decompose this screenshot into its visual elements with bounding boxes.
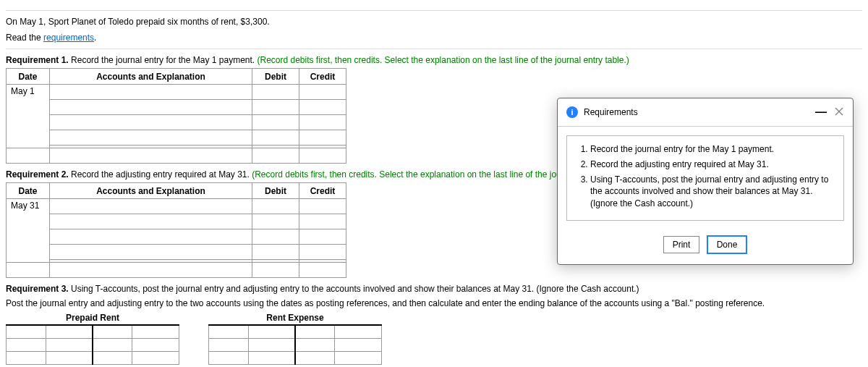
- debit-input[interactable]: [255, 216, 296, 227]
- tacct-input[interactable]: [249, 326, 294, 337]
- acct-input[interactable]: [53, 132, 249, 143]
- popup-title: Requirements: [584, 107, 815, 117]
- tacct-input[interactable]: [7, 352, 46, 363]
- requirements-popup: i Requirements — Record the journal entr…: [557, 98, 854, 265]
- requirement-3-line: Requirement 3. Using T-accounts, post th…: [6, 284, 862, 294]
- acct-input[interactable]: [53, 150, 249, 161]
- header-credit: Credit: [299, 183, 346, 199]
- header-date: Date: [7, 69, 50, 85]
- header-date: Date: [7, 183, 50, 199]
- tacct-input[interactable]: [7, 326, 46, 337]
- header-accounts: Accounts and Explanation: [50, 69, 252, 85]
- tacct-input[interactable]: [132, 326, 179, 337]
- t-account-title: Rent Expense: [208, 313, 382, 323]
- header-debit: Debit: [252, 69, 299, 85]
- requirement-1-line: Requirement 1. Record the journal entry …: [6, 55, 862, 65]
- credit-input[interactable]: [302, 201, 343, 212]
- popup-req-item: Record the journal entry for the May 1 p…: [590, 143, 833, 156]
- popup-req-item: Using T-accounts, post the journal entry…: [590, 174, 833, 210]
- t-account-title: Prepaid Rent: [6, 313, 179, 323]
- acct-input[interactable]: [53, 246, 249, 258]
- tacct-input[interactable]: [209, 352, 248, 363]
- tacct-input[interactable]: [46, 339, 92, 350]
- tacct-input[interactable]: [132, 352, 179, 363]
- journal-table-1: Date Accounts and Explanation Debit Cred…: [6, 68, 346, 164]
- debit-input[interactable]: [255, 132, 296, 143]
- acct-input[interactable]: [53, 231, 249, 242]
- popup-body: Record the journal entry for the May 1 p…: [566, 135, 844, 221]
- req3-text: Using T-accounts, post the journal entry…: [69, 284, 639, 294]
- credit-input[interactable]: [302, 117, 343, 128]
- req2-label: Requirement 2.: [6, 169, 69, 180]
- tacct-input[interactable]: [46, 352, 92, 363]
- date-cell-2: May 31: [7, 199, 50, 263]
- req3-subtext: Post the journal entry and adjusting ent…: [6, 297, 862, 310]
- acct-input[interactable]: [53, 117, 249, 128]
- done-button[interactable]: Done: [707, 235, 748, 254]
- debit-input[interactable]: [255, 101, 296, 113]
- tacct-input[interactable]: [296, 352, 334, 363]
- popup-req-item: Record the adjusting entry required at M…: [590, 159, 833, 171]
- debit-input[interactable]: [255, 150, 296, 161]
- debit-input[interactable]: [255, 117, 296, 128]
- popup-footer: Print Done: [558, 229, 853, 264]
- date-cell-1: May 1: [7, 85, 50, 148]
- acct-input[interactable]: [53, 86, 249, 98]
- debit-input[interactable]: [255, 246, 296, 258]
- journal-table-2: Date Accounts and Explanation Debit Cred…: [6, 182, 346, 278]
- read-prefix: Read the: [6, 33, 43, 43]
- tacct-input[interactable]: [93, 339, 132, 350]
- credit-input[interactable]: [302, 246, 343, 258]
- info-icon: i: [566, 106, 578, 118]
- credit-input[interactable]: [302, 216, 343, 227]
- t-account-prepaid-rent: Prepaid Rent: [6, 313, 179, 365]
- close-icon[interactable]: [834, 106, 844, 119]
- acct-input[interactable]: [53, 264, 249, 276]
- read-requirements-line: Read the requirements.: [6, 31, 862, 44]
- debit-input[interactable]: [255, 231, 296, 242]
- acct-input[interactable]: [53, 101, 249, 113]
- tacct-input[interactable]: [209, 339, 248, 350]
- tacct-input[interactable]: [132, 339, 179, 350]
- credit-input[interactable]: [302, 101, 343, 113]
- req3-label: Requirement 3.: [6, 284, 69, 294]
- tacct-input[interactable]: [93, 352, 132, 363]
- tacct-input[interactable]: [93, 326, 132, 337]
- acct-input[interactable]: [53, 216, 249, 227]
- credit-input[interactable]: [302, 231, 343, 242]
- requirements-link[interactable]: requirements: [43, 33, 94, 43]
- debit-input[interactable]: [255, 201, 296, 212]
- tacct-input[interactable]: [296, 326, 334, 337]
- debit-input[interactable]: [255, 264, 296, 276]
- header-accounts: Accounts and Explanation: [50, 183, 252, 199]
- minimize-icon[interactable]: —: [815, 106, 827, 119]
- t-accounts-row: Prepaid Rent Rent Expense: [6, 313, 862, 365]
- credit-input[interactable]: [302, 264, 343, 276]
- popup-header: i Requirements —: [558, 98, 853, 127]
- tacct-input[interactable]: [7, 339, 46, 350]
- header-credit: Credit: [299, 69, 346, 85]
- tacct-input[interactable]: [296, 339, 334, 350]
- req1-text: Record the journal entry for the May 1 p…: [69, 55, 258, 65]
- tacct-input[interactable]: [335, 352, 381, 363]
- credit-input[interactable]: [302, 150, 343, 161]
- req2-text: Record the adjusting entry required at M…: [69, 169, 252, 180]
- debit-input[interactable]: [255, 86, 296, 98]
- req1-instruction: (Record debits first, then credits. Sele…: [258, 55, 629, 65]
- read-suffix: .: [94, 33, 96, 43]
- req1-label: Requirement 1.: [6, 55, 69, 65]
- tacct-input[interactable]: [335, 326, 381, 337]
- header-debit: Debit: [252, 183, 299, 199]
- tacct-input[interactable]: [249, 339, 294, 350]
- tacct-input[interactable]: [209, 326, 248, 337]
- tacct-input[interactable]: [335, 339, 381, 350]
- tacct-input[interactable]: [46, 326, 92, 337]
- acct-input[interactable]: [53, 201, 249, 212]
- t-account-rent-expense: Rent Expense: [208, 313, 382, 365]
- print-button[interactable]: Print: [663, 236, 700, 253]
- credit-input[interactable]: [302, 86, 343, 98]
- credit-input[interactable]: [302, 132, 343, 143]
- intro-text: On May 1, Sport Planet of Toledo prepaid…: [6, 15, 862, 28]
- tacct-input[interactable]: [249, 352, 294, 363]
